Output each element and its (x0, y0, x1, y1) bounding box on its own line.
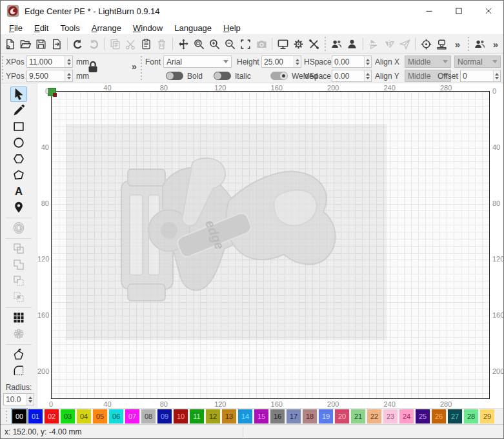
offset-stepper[interactable] (460, 70, 501, 82)
user-button[interactable] (345, 36, 360, 52)
pan-tool-button[interactable] (176, 36, 191, 52)
palette-color-17[interactable]: 17 (287, 409, 301, 424)
palette-color-23[interactable]: 23 (383, 409, 398, 424)
zoom-out-button[interactable] (223, 36, 238, 52)
height-input[interactable] (262, 56, 294, 67)
grid-array-tool[interactable] (10, 310, 27, 325)
settings-button[interactable] (290, 36, 306, 52)
device-settings-button[interactable] (307, 36, 322, 52)
toolbar-handle[interactable] (323, 37, 328, 51)
hspace-input[interactable] (332, 56, 364, 67)
palette-color-09[interactable]: 09 (157, 409, 172, 424)
text-tool[interactable]: A (10, 183, 27, 199)
palette-color-20[interactable]: 20 (335, 409, 349, 424)
menu-help[interactable]: Help (217, 22, 247, 34)
polygon-tool[interactable] (10, 151, 27, 167)
palette-color-00[interactable]: 00 (12, 409, 26, 424)
imported-image[interactable]: edge (66, 124, 387, 340)
palette-color-13[interactable]: 13 (222, 409, 236, 424)
workspace[interactable]: edge (51, 91, 490, 399)
palette-color-01[interactable]: 01 (28, 409, 43, 424)
xpos-input[interactable] (27, 56, 65, 67)
palette-color-08[interactable]: 08 (141, 409, 156, 424)
italic-switch[interactable] (214, 72, 231, 80)
vspace-stepper[interactable] (332, 70, 372, 82)
radius-input[interactable] (4, 394, 26, 405)
toolbar-handle[interactable] (467, 37, 471, 51)
zoom-box-button[interactable] (191, 36, 207, 52)
menu-window[interactable]: Window (127, 22, 168, 34)
palette-color-04[interactable]: 04 (77, 409, 91, 424)
palette-color-27[interactable]: 27 (448, 409, 462, 424)
palette-color-14[interactable]: 14 (238, 409, 252, 424)
transform-overflow-button[interactable]: » (132, 61, 137, 72)
ypos-stepper[interactable] (26, 70, 73, 82)
palette-color-18[interactable]: 18 (303, 409, 317, 424)
palette-color-16[interactable]: 16 (270, 409, 285, 424)
undo-button[interactable] (70, 36, 86, 52)
palette-color-12[interactable]: 12 (206, 409, 220, 424)
focus-button[interactable] (418, 36, 434, 52)
frame-selection-button[interactable] (238, 36, 254, 52)
palette-color-02[interactable]: 02 (45, 409, 59, 424)
close-button[interactable] (474, 1, 503, 21)
offset-spinner[interactable] (493, 70, 500, 81)
palette-color-11[interactable]: 11 (190, 409, 204, 424)
menu-arrange[interactable]: Arrange (86, 22, 127, 34)
palette-color-05[interactable]: 05 (93, 409, 107, 424)
bold-toggle[interactable]: Bold (166, 70, 203, 82)
radius-spinner[interactable] (26, 394, 34, 405)
new-file-button[interactable] (2, 36, 17, 52)
offset-input[interactable] (461, 70, 493, 81)
palette-color-19[interactable]: 19 (319, 409, 333, 424)
vspace-input[interactable] (332, 70, 364, 81)
palette-color-25[interactable]: 25 (416, 409, 430, 424)
frame-machine-button[interactable] (434, 36, 450, 52)
import-file-button[interactable] (49, 36, 65, 52)
palette-color-03[interactable]: 03 (61, 409, 75, 424)
ypos-input[interactable] (27, 70, 65, 81)
hspace-spinner[interactable] (364, 56, 371, 67)
minimize-button[interactable] (414, 1, 444, 21)
draw-lines-tool[interactable] (10, 103, 27, 118)
toolbar-overflow-2-button[interactable]: » (488, 36, 503, 52)
height-spinner[interactable] (294, 56, 301, 67)
height-stepper[interactable] (261, 56, 301, 68)
palette-handle[interactable] (6, 411, 9, 422)
open-file-button[interactable] (17, 36, 33, 52)
lock-aspect-icon[interactable] (85, 59, 102, 77)
zoom-in-button[interactable] (207, 36, 222, 52)
round-corner-tool[interactable] (10, 363, 27, 378)
palette-color-28[interactable]: 28 (464, 409, 478, 424)
save-file-button[interactable] (33, 36, 48, 52)
toolbar-handle[interactable] (2, 56, 5, 81)
vspace-spinner[interactable] (364, 70, 371, 81)
palette-color-24[interactable]: 24 (399, 409, 414, 424)
maximize-button[interactable] (444, 1, 474, 21)
ellipse-tool[interactable] (10, 135, 27, 150)
edit-shape-tool[interactable] (10, 167, 27, 183)
toolbar-overflow-button[interactable]: » (450, 36, 465, 52)
palette-color-15[interactable]: 15 (254, 409, 268, 424)
menu-tools[interactable]: Tools (54, 22, 85, 34)
radius-stepper[interactable] (3, 393, 34, 405)
menu-file[interactable]: File (3, 22, 28, 34)
bold-switch[interactable] (166, 72, 183, 80)
rectangle-tool[interactable] (10, 119, 27, 134)
menu-edit[interactable]: Edit (28, 22, 54, 34)
xpos-spinner[interactable] (65, 56, 72, 67)
hspace-stepper[interactable] (332, 56, 372, 68)
multi-user-button[interactable] (328, 36, 344, 52)
italic-toggle[interactable]: Italic (214, 70, 251, 82)
palette-color-07[interactable]: 07 (125, 409, 139, 424)
paste-button[interactable] (139, 36, 154, 52)
font-combo[interactable]: Arial (163, 56, 232, 68)
palette-color-26[interactable]: 26 (432, 409, 446, 424)
xpos-stepper[interactable] (26, 56, 73, 68)
select-tool[interactable] (10, 87, 27, 102)
welded-switch[interactable] (270, 72, 288, 80)
toolbar-handle[interactable] (141, 56, 144, 81)
palette-color-29[interactable]: 29 (480, 409, 494, 424)
ypos-spinner[interactable] (65, 70, 72, 81)
preview-button[interactable] (275, 36, 290, 52)
